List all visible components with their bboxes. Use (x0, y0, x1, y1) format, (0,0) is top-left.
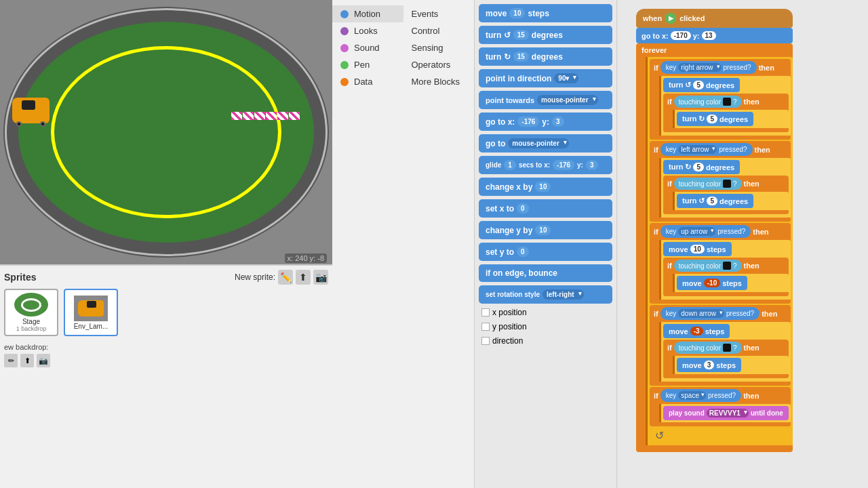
upload-sprite-button[interactable]: ⬆ (296, 270, 311, 285)
category-sensing[interactable]: Sensing (403, 39, 475, 56)
looks-dot (340, 27, 349, 35)
category-looks[interactable]: Looks (332, 22, 403, 39)
if-right-arrow-header: if key right arrow▾ pressed? then (650, 59, 791, 76)
if-label-tc1: if (667, 98, 672, 106)
checkbox-x-position: x position (481, 308, 610, 317)
move-10-block[interactable]: move 10 steps (663, 242, 732, 256)
turn-right-5-block[interactable]: turn ↻ 5 degrees (677, 112, 753, 126)
if-label-1: if (654, 64, 658, 72)
edit-backdrop-button[interactable]: ✏ (4, 354, 18, 367)
if-tc3-footer (663, 292, 789, 296)
turn-left-5-block[interactable]: turn ↺ 5 degrees (663, 78, 740, 92)
if-touching-color-1-header: if touching color ? then (663, 94, 789, 110)
palette-point-towards[interactable]: point towards mouse-pointer (479, 91, 612, 109)
move-3-value[interactable]: 3 (704, 361, 715, 369)
if-down-arrow-body: move -3 steps if touching color ? (659, 322, 791, 382)
down-arrow-dropdown[interactable]: down arrow▾ (678, 309, 724, 318)
key-down-arrow-condition[interactable]: key down arrow▾ pressed? (660, 307, 760, 320)
color-swatch-2[interactable] (723, 180, 731, 188)
left-arrow-dropdown[interactable]: left arrow▾ (678, 145, 717, 154)
turn-right-left-5-value[interactable]: 5 (693, 163, 704, 171)
palette-turn-left[interactable]: turn ↺ 15 degrees (479, 26, 612, 44)
palette-turn-right[interactable]: turn ↻ 15 degrees (479, 47, 612, 66)
go-to-xy-block[interactable]: go to x: -170 y: 13 (636, 28, 793, 43)
turn-left-back-5-value[interactable]: 5 (707, 197, 717, 205)
palette-go-to-xy[interactable]: go to x: -176 y: 3 (479, 113, 612, 131)
up-arrow-dropdown[interactable]: up arrow▾ (678, 227, 715, 236)
if-touching-color-4: if touching color ? then (663, 340, 789, 378)
new-sprite-label: New sprite: (235, 272, 275, 282)
if-label-tc4: if (667, 344, 672, 352)
move-10-value[interactable]: 10 (690, 245, 705, 253)
category-operators[interactable]: Operators (403, 56, 475, 73)
category-motion-label: Motion (354, 9, 380, 19)
palette-go-to[interactable]: go to mouse-pointer (479, 134, 612, 152)
car-sprite-name: Env_Lam... (74, 323, 108, 330)
stage-sprite-sub: 1 backdrop (16, 325, 47, 332)
palette-point-direction[interactable]: point in direction 90▾ (479, 69, 612, 87)
category-control[interactable]: Control (403, 22, 475, 39)
palette-change-y[interactable]: change y by 10 (479, 221, 612, 239)
forever-footer (636, 445, 793, 452)
key-space-condition[interactable]: key space▾ pressed? (660, 389, 741, 402)
turn-left-5-value[interactable]: 5 (693, 81, 704, 89)
sound-dropdown[interactable]: REVVVY1▾ (707, 409, 749, 418)
if-touching-color-4-body: move 3 steps (673, 356, 789, 374)
category-events[interactable]: Events (403, 5, 475, 22)
x-position-checkbox[interactable] (481, 308, 490, 317)
palette-set-y[interactable]: set y to 0 (479, 243, 612, 261)
sprite-item-stage[interactable]: Stage 1 backdrop (4, 289, 58, 336)
category-data[interactable]: Data (332, 73, 403, 90)
camera-backdrop-button[interactable]: 📷 (37, 354, 50, 367)
move-neg3-value[interactable]: -3 (690, 327, 703, 336)
palette-if-on-edge[interactable]: if on edge, bounce (479, 264, 612, 282)
key-left-arrow-condition[interactable]: key left arrow▾ pressed? (660, 143, 753, 156)
if-touching-color-2-body: turn ↺ 5 degrees (673, 192, 789, 210)
go-to-x-value[interactable]: -170 (671, 31, 691, 40)
left-categories: Motion Looks Sound Pen (332, 5, 403, 90)
touching-color-3-condition[interactable]: touching color ? (674, 260, 742, 272)
paint-sprite-button[interactable]: ✏️ (278, 270, 293, 285)
turn-left-back-5-block[interactable]: turn ↺ 5 degrees (677, 194, 753, 208)
then-label-tc3: then (744, 262, 760, 270)
category-pen[interactable]: Pen (332, 56, 403, 73)
palette-set-x[interactable]: set x to 0 (479, 199, 612, 218)
category-more-blocks-label: More Blocks (412, 77, 460, 87)
color-swatch-1[interactable] (723, 98, 731, 106)
move-neg10-block[interactable]: move -10 steps (677, 276, 747, 290)
y-position-checkbox[interactable] (481, 323, 490, 331)
direction-checkbox[interactable] (481, 337, 490, 345)
palette-rotation-style[interactable]: set rotation style left-right (479, 285, 612, 304)
if-touching-color-1: if touching color ? then (663, 94, 789, 132)
play-sound-block[interactable]: play sound REVVVY1▾ until done (663, 406, 789, 420)
key-up-arrow-condition[interactable]: key up arrow▾ pressed? (660, 225, 751, 238)
right-arrow-dropdown[interactable]: right arrow▾ (678, 63, 721, 72)
space-dropdown[interactable]: space▾ (678, 391, 706, 400)
touching-color-4-condition[interactable]: touching color ? (674, 342, 742, 354)
move-3-block[interactable]: move 3 steps (677, 358, 741, 372)
key-right-arrow-condition[interactable]: key right arrow▾ pressed? (660, 61, 757, 74)
turn-right-left-5-block[interactable]: turn ↻ 5 degrees (663, 160, 740, 174)
upload-backdrop-button[interactable]: ⬆ (20, 354, 34, 367)
hat-when-clicked[interactable]: when ▶ clicked (636, 9, 793, 28)
touching-color-1-condition[interactable]: touching color ? (674, 96, 742, 108)
palette-move[interactable]: move 10 steps (479, 4, 612, 22)
turn-right-5-value[interactable]: 5 (707, 115, 717, 123)
if-tc2-footer (663, 210, 789, 214)
move-neg10-value[interactable]: -10 (704, 279, 720, 287)
touching-color-2-condition[interactable]: touching color ? (674, 178, 742, 190)
forever-label[interactable]: forever (636, 43, 793, 57)
move-neg3-block[interactable]: move -3 steps (663, 324, 730, 338)
category-sound[interactable]: Sound (332, 39, 403, 56)
if-left-arrow-block: if key left arrow▾ pressed? then turn ↻ … (650, 141, 791, 222)
palette-change-x[interactable]: change x by 10 (479, 178, 612, 196)
category-more-blocks[interactable]: More Blocks (403, 73, 475, 90)
color-swatch-3[interactable] (723, 262, 731, 270)
color-swatch-4[interactable] (723, 344, 731, 352)
camera-sprite-button[interactable]: 📷 (313, 270, 328, 285)
category-motion[interactable]: Motion (332, 5, 403, 22)
script-canvas[interactable]: when ▶ clicked go to x: -170 y: 13 forev… (617, 0, 868, 488)
sprite-item-car[interactable]: Env_Lam... (64, 289, 118, 336)
go-to-y-value[interactable]: 13 (702, 31, 716, 40)
palette-glide[interactable]: glide 1 secs to x: -176 y: 3 (479, 156, 612, 174)
